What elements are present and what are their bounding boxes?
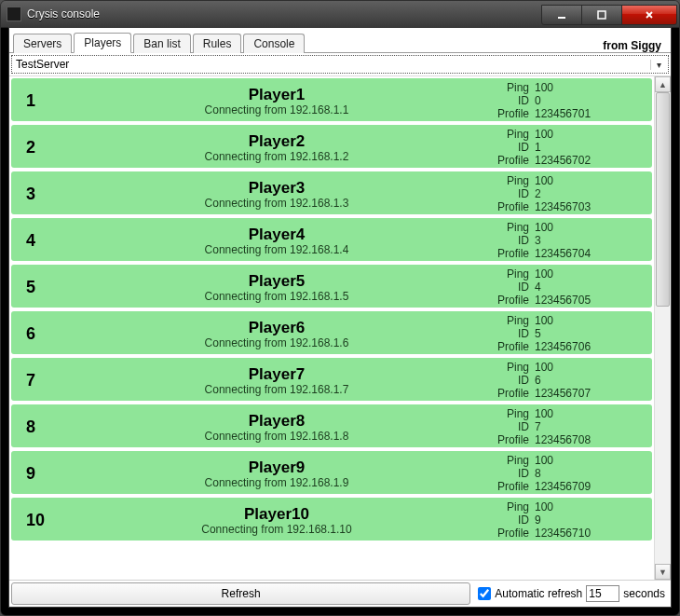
refresh-interval-input[interactable] bbox=[586, 585, 619, 602]
scroll-down-button[interactable]: ▼ bbox=[655, 564, 671, 580]
player-list: 1Player1Connecting from 192.168.1.1Ping1… bbox=[9, 76, 654, 580]
player-connect-text: Connecting from 192.168.1.5 bbox=[69, 290, 484, 303]
window-controls bbox=[542, 5, 677, 23]
stat-value-profile: 123456705 bbox=[535, 294, 643, 308]
player-row[interactable]: 7Player7Connecting from 192.168.1.7Ping1… bbox=[11, 358, 652, 401]
stat-label-profile: Profile bbox=[484, 388, 529, 401]
window-title: Crysis console bbox=[27, 7, 542, 21]
stat-value-profile: 123456707 bbox=[535, 388, 643, 401]
auto-refresh-group: Automatic refresh seconds bbox=[474, 582, 669, 605]
auto-refresh-checkbox[interactable] bbox=[478, 587, 491, 600]
stat-label-profile: Profile bbox=[484, 201, 529, 214]
stat-value-ping: 100 bbox=[535, 82, 643, 95]
refresh-button[interactable]: Refresh bbox=[11, 582, 470, 605]
stat-value-ping: 100 bbox=[535, 268, 643, 281]
player-row[interactable]: 4Player4Connecting from 192.168.1.4Ping1… bbox=[11, 218, 652, 261]
stat-label-id: ID bbox=[484, 188, 529, 201]
player-center: Player4Connecting from 192.168.1.4 bbox=[69, 226, 484, 256]
stat-label-id: ID bbox=[484, 281, 529, 294]
player-stats: Ping100ID0Profile123456701 bbox=[484, 82, 643, 120]
stat-value-profile: 123456710 bbox=[535, 527, 643, 541]
tab-console[interactable]: Console bbox=[243, 34, 305, 53]
stat-value-id: 4 bbox=[535, 281, 643, 294]
stat-label-id: ID bbox=[484, 421, 529, 434]
scrollbar-track[interactable] bbox=[655, 92, 671, 564]
player-connect-text: Connecting from 192.168.1.9 bbox=[69, 476, 484, 489]
stat-label-profile: Profile bbox=[484, 481, 529, 494]
player-index: 5 bbox=[17, 278, 69, 297]
player-center: Player1Connecting from 192.168.1.1 bbox=[69, 87, 484, 116]
stat-value-ping: 100 bbox=[535, 501, 643, 514]
stat-value-id: 0 bbox=[535, 95, 643, 108]
player-row[interactable]: 2Player2Connecting from 192.168.1.2Ping1… bbox=[11, 125, 652, 168]
player-center: Player10Connecting from 192.168.1.10 bbox=[69, 506, 484, 536]
close-button[interactable] bbox=[621, 5, 677, 25]
player-list-area: 1Player1Connecting from 192.168.1.1Ping1… bbox=[9, 75, 671, 580]
stat-value-ping: 100 bbox=[535, 362, 643, 375]
tab-rules[interactable]: Rules bbox=[193, 34, 242, 53]
player-stats: Ping100ID7Profile123456708 bbox=[484, 408, 643, 446]
stat-value-profile: 123456706 bbox=[535, 341, 643, 354]
stat-value-ping: 100 bbox=[535, 455, 643, 468]
player-row[interactable]: 3Player3Connecting from 192.168.1.3Ping1… bbox=[11, 171, 652, 214]
stat-value-profile: 123456702 bbox=[535, 155, 643, 168]
stat-value-profile: 123456708 bbox=[535, 434, 643, 447]
stat-label-ping: Ping bbox=[484, 82, 529, 95]
stat-value-profile: 123456709 bbox=[535, 481, 643, 494]
tab-bar: Servers Players Ban list Rules Console f… bbox=[9, 28, 671, 53]
scroll-up-button[interactable]: ▲ bbox=[655, 76, 671, 92]
stat-label-profile: Profile bbox=[484, 248, 529, 261]
stat-value-id: 1 bbox=[535, 142, 643, 155]
player-index: 8 bbox=[17, 418, 69, 437]
player-stats: Ping100ID9Profile123456710 bbox=[484, 501, 643, 540]
tab-servers[interactable]: Servers bbox=[13, 34, 72, 53]
svg-rect-1 bbox=[598, 11, 605, 19]
player-index: 7 bbox=[17, 371, 69, 390]
stat-value-id: 5 bbox=[535, 328, 643, 341]
player-row[interactable]: 6Player6Connecting from 192.168.1.6Ping1… bbox=[11, 311, 652, 354]
player-stats: Ping100ID2Profile123456703 bbox=[484, 175, 643, 213]
stat-label-ping: Ping bbox=[484, 362, 529, 375]
stat-label-profile: Profile bbox=[484, 294, 529, 308]
titlebar: Crysis console bbox=[1, 1, 679, 28]
player-row[interactable]: 1Player1Connecting from 192.168.1.1Ping1… bbox=[11, 78, 652, 121]
server-select-value: TestServer bbox=[16, 58, 69, 71]
player-connect-text: Connecting from 192.168.1.1 bbox=[69, 103, 484, 116]
player-name: Player1 bbox=[69, 87, 484, 103]
vertical-scrollbar[interactable]: ▲ ▼ bbox=[654, 76, 671, 580]
player-connect-text: Connecting from 192.168.1.10 bbox=[69, 523, 484, 536]
player-name: Player8 bbox=[69, 413, 484, 430]
player-index: 3 bbox=[17, 185, 69, 204]
player-row[interactable]: 5Player5Connecting from 192.168.1.5Ping1… bbox=[11, 265, 652, 308]
server-select[interactable]: TestServer ▾ bbox=[11, 55, 669, 74]
player-index: 4 bbox=[17, 231, 69, 251]
player-index: 1 bbox=[17, 91, 69, 111]
player-center: Player7Connecting from 192.168.1.7 bbox=[69, 366, 484, 396]
player-row[interactable]: 9Player9Connecting from 192.168.1.9Ping1… bbox=[11, 451, 652, 494]
stat-value-id: 6 bbox=[535, 375, 643, 388]
stat-label-profile: Profile bbox=[484, 108, 529, 121]
player-row[interactable]: 8Player8Connecting from 192.168.1.8Ping1… bbox=[11, 404, 652, 447]
minimize-button[interactable] bbox=[541, 5, 582, 25]
player-name: Player4 bbox=[69, 226, 484, 243]
player-connect-text: Connecting from 192.168.1.7 bbox=[69, 383, 484, 396]
tab-ban-list[interactable]: Ban list bbox=[133, 34, 190, 53]
stat-value-ping: 100 bbox=[535, 222, 643, 235]
player-center: Player5Connecting from 192.168.1.5 bbox=[69, 273, 484, 303]
chevron-down-icon: ▾ bbox=[650, 60, 666, 70]
maximize-button[interactable] bbox=[581, 5, 622, 25]
player-index: 10 bbox=[17, 511, 69, 530]
stat-label-profile: Profile bbox=[484, 527, 529, 541]
player-index: 9 bbox=[17, 464, 69, 484]
scrollbar-thumb[interactable] bbox=[656, 92, 670, 307]
player-center: Player8Connecting from 192.168.1.8 bbox=[69, 413, 484, 443]
player-name: Player10 bbox=[69, 506, 484, 523]
stat-value-profile: 123456704 bbox=[535, 248, 643, 261]
client-area: Servers Players Ban list Rules Console f… bbox=[8, 27, 672, 608]
stat-value-profile: 123456703 bbox=[535, 201, 643, 214]
tab-players[interactable]: Players bbox=[74, 33, 131, 53]
stat-label-ping: Ping bbox=[484, 455, 529, 468]
player-stats: Ping100ID1Profile123456702 bbox=[484, 129, 643, 167]
stat-value-id: 3 bbox=[535, 235, 643, 248]
player-row[interactable]: 10Player10Connecting from 192.168.1.10Pi… bbox=[11, 498, 652, 541]
